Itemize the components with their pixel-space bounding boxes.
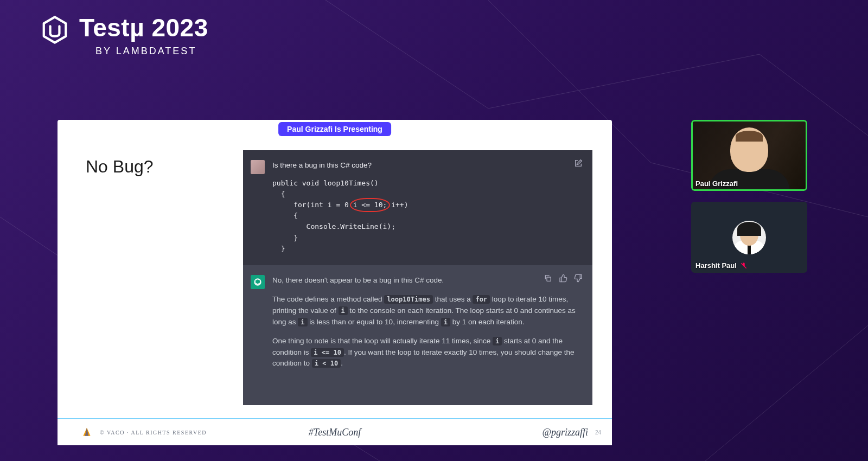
presentation-slide: Paul Grizzafi Is Presenting No Bug? Is t… (58, 120, 612, 445)
highlighted-condition: i <= 10; (353, 200, 387, 210)
edit-icon[interactable] (574, 159, 583, 168)
copyright-text: © VACO · ALL RIGHTS RESERVED (100, 430, 207, 436)
hashtag: #TestMuConf (309, 427, 361, 438)
copy-icon[interactable] (544, 274, 552, 283)
participant-name: Paul Grizzafi (695, 180, 738, 188)
event-subtitle: BY LAMBDATEST (95, 46, 208, 57)
twitter-handle: @pgrizzaffi (542, 427, 588, 438)
openai-icon (253, 278, 262, 286)
testmu-logo-icon (40, 15, 69, 44)
thumbs-up-icon[interactable] (559, 274, 567, 283)
avatar-circle (732, 221, 766, 254)
message-actions (574, 159, 583, 168)
event-title: Testµ 2023 (79, 15, 208, 40)
vaco-logo-icon (81, 427, 92, 438)
message-actions (544, 274, 583, 283)
slide-title: No Bug? (86, 157, 154, 177)
muted-icon (740, 262, 748, 270)
participant-tile[interactable]: Harshit Paul (691, 202, 807, 273)
svg-rect-0 (547, 277, 551, 281)
user-message: Is there a bug in this C# code? public v… (243, 150, 592, 265)
thumbs-down-icon[interactable] (574, 274, 583, 283)
chatgpt-conversation: Is there a bug in this C# code? public v… (243, 150, 592, 405)
code-block: public void loop10Times() { for(int i = … (272, 178, 580, 254)
participant-name: Harshit Paul (695, 261, 737, 270)
slide-footer: © VACO · ALL RIGHTS RESERVED #TestMuConf… (58, 418, 612, 445)
page-number: 24 (595, 430, 601, 436)
participant-tiles: Paul Grizzafi Harshit Paul (691, 120, 807, 273)
presenter-pill: Paul Grizzafi Is Presenting (278, 122, 391, 136)
assistant-avatar (251, 275, 265, 289)
answer-paragraph-2: One thing to note is that the loop will … (272, 336, 580, 370)
event-logo: Testµ 2023 BY LAMBDATEST (40, 15, 208, 57)
user-question: Is there a bug in this C# code? (272, 160, 580, 171)
assistant-message: No, there doesn't appear to be a bug in … (243, 265, 592, 405)
answer-paragraph-1: The code defines a method called loop10T… (272, 294, 580, 328)
answer-lead: No, there doesn't appear to be a bug in … (272, 275, 580, 286)
user-avatar (251, 160, 265, 174)
participant-tile[interactable]: Paul Grizzafi (691, 120, 807, 191)
